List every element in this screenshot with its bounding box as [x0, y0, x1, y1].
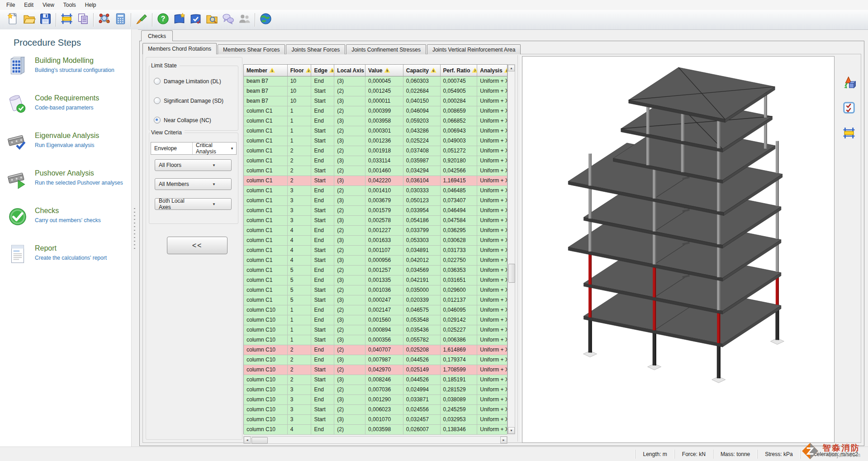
table-row[interactable]: column C101End(3)0,0015600,0535480,02914…: [244, 315, 507, 325]
table-row[interactable]: column C12End(3)0,0331140,0359870,920180…: [244, 156, 507, 166]
chevron-down-icon[interactable]: ▼: [228, 147, 236, 151]
scroll-down-arrow[interactable]: ▼: [508, 427, 515, 434]
menu-file[interactable]: File: [2, 0, 19, 10]
table-row[interactable]: column C104End(2)0,0035980,0260070,13834…: [244, 425, 507, 435]
subtab-joints-vertical-reinforcement-area[interactable]: Joints Vertical Reinforcement Area: [427, 44, 521, 54]
table-row[interactable]: column C101Start(3)0,0003560,0557820,006…: [244, 335, 507, 345]
building-member-button[interactable]: [58, 12, 75, 28]
menu-help[interactable]: Help: [81, 0, 101, 10]
subtab-members-chord-rotations[interactable]: Members Chord Rotations: [142, 43, 217, 54]
sidebar-item-eigenvalue-analysis[interactable]: Eigenvalue AnalysisRun Eigenvalue analys…: [6, 130, 131, 153]
orientation-button[interactable]: [841, 75, 857, 91]
table-row[interactable]: column C12Start(3)0,0422200,0361041,1694…: [244, 176, 507, 186]
table-vertical-scrollbar[interactable]: ▲ ▼: [508, 64, 515, 434]
table-row[interactable]: column C15Start(2)0,0010360,0350000,0296…: [244, 285, 507, 295]
table-row[interactable]: column C15Start(3)0,0002470,0203390,0121…: [244, 295, 507, 305]
table-row[interactable]: column C14Start(2)0,0011070,0348910,0317…: [244, 246, 507, 256]
menu-view[interactable]: View: [38, 0, 59, 10]
table-row[interactable]: column C102Start(3)0,0082460,0445260,185…: [244, 375, 507, 385]
sidebar-item-code-requirements[interactable]: Code RequirementsCode-based parameters: [6, 93, 131, 115]
table-row[interactable]: column C102Start(2)0,0429700,0251491,708…: [244, 365, 507, 375]
scroll-left-arrow[interactable]: ◄: [244, 437, 251, 443]
sidebar-item-building-modelling[interactable]: Building ModellingBuilding's structural …: [6, 55, 131, 78]
table-row[interactable]: beam B710Start(2)0,0012450,0226840,05490…: [244, 86, 507, 96]
table-row[interactable]: column C13End(2)0,0014100,0303330,046485…: [244, 186, 507, 196]
vertical-scroll-thumb[interactable]: [508, 264, 515, 283]
table-row[interactable]: beam B710Start(3)0,0000110,0401500,00028…: [244, 96, 507, 106]
sidebar-item-checks[interactable]: ChecksCarry out members' checks: [6, 205, 131, 228]
sidebar-item-report[interactable]: ReportCreate the calculations' report: [6, 243, 131, 266]
help-button[interactable]: ?: [155, 12, 171, 28]
radio-damage-limitation-dl[interactable]: Damage Limitation (DL): [154, 78, 221, 85]
table-row[interactable]: column C15End(3)0,0013350,0421910,031651…: [244, 276, 507, 285]
column-header-analysis[interactable]: Analysis8: [477, 65, 507, 76]
horizontal-scroll-thumb[interactable]: [251, 437, 268, 444]
table-horizontal-scrollbar[interactable]: ◄ ►: [243, 436, 508, 444]
community-button[interactable]: [236, 12, 252, 28]
example-search-button[interactable]: [204, 12, 220, 28]
table-row[interactable]: column C103End(2)0,0070360,0249940,28152…: [244, 385, 507, 395]
user-manual-button[interactable]: [187, 12, 204, 28]
table-row[interactable]: column C101Start(2)0,0008940,0354360,025…: [244, 325, 507, 335]
column-header-floor[interactable]: Floor2: [288, 65, 312, 76]
radio-significant-damage-sd[interactable]: Significant Damage (SD): [154, 97, 223, 104]
subtab-joints-confinement-stresses[interactable]: Joints Confinement Stresses: [346, 44, 426, 54]
column-header-edge[interactable]: Edge3: [311, 65, 334, 76]
axes-dropdown[interactable]: Both Local Axes ▼: [155, 198, 232, 210]
table-row[interactable]: column C103Start(3)0,0010700,0324570,032…: [244, 415, 507, 425]
cell-value: 0,000045: [365, 76, 403, 86]
menu-tools[interactable]: Tools: [59, 0, 81, 10]
report-pages-button[interactable]: [75, 12, 91, 28]
member-view-button[interactable]: [841, 126, 857, 142]
table-row[interactable]: column C14End(2)0,0012270,0337990,036295…: [244, 226, 507, 236]
column-header-value[interactable]: Value5: [365, 65, 403, 76]
table-row[interactable]: column C13End(3)0,0036790,0501230,073407…: [244, 196, 507, 206]
feedback-button[interactable]: [220, 12, 236, 28]
open-project-button[interactable]: [21, 12, 37, 28]
table-row[interactable]: column C101End(2)0,0021470,0465750,04609…: [244, 305, 507, 315]
table-row[interactable]: column C15End(2)0,0012570,0345690,036353…: [244, 266, 507, 276]
column-header-perf-ratio[interactable]: Perf. Ratio7: [441, 65, 478, 76]
website-button[interactable]: [257, 12, 274, 28]
table-row[interactable]: column C14End(3)0,0016330,0533030,030628…: [244, 236, 507, 246]
scroll-up-arrow[interactable]: ▲: [508, 65, 515, 71]
table-row[interactable]: column C11Start(3)0,0012360,0252240,0490…: [244, 136, 507, 146]
table-row[interactable]: column C12End(2)0,0019180,0374080,051272…: [244, 146, 507, 156]
sidebar-item-pushover-analysis[interactable]: Pushover AnalysisRun the selected Pushov…: [6, 168, 131, 190]
table-row[interactable]: column C12Start(2)0,0014600,0342940,0425…: [244, 166, 507, 176]
table-row[interactable]: column C14Start(3)0,0009560,0420120,0227…: [244, 256, 507, 266]
column-header-capacity[interactable]: Capacity6: [403, 65, 441, 76]
subtab-joints-shear-forces[interactable]: Joints Shear Forces: [286, 44, 345, 54]
floors-dropdown[interactable]: All Floors ▼: [155, 159, 232, 171]
table-row[interactable]: column C11Start(2)0,0003010,0432860,0069…: [244, 126, 507, 136]
menu-edit[interactable]: Edit: [19, 0, 38, 10]
table-row[interactable]: column C103End(3)0,0012900,0338710,03808…: [244, 395, 507, 405]
envelope-analysis-combo[interactable]: Envelope Critical Analysis ▼: [151, 142, 237, 155]
collapse-panel-button[interactable]: <<: [167, 237, 228, 254]
subtab-members-shear-forces[interactable]: Members Shear Forces: [218, 44, 285, 54]
radio-near-collapse-nc[interactable]: Near Collapse (NC): [154, 117, 211, 124]
table-row[interactable]: column C102End(2)0,0407070,0252081,61486…: [244, 345, 507, 355]
table-row[interactable]: column C102End(3)0,0079870,0445260,17937…: [244, 355, 507, 365]
calculator-button[interactable]: [112, 12, 128, 28]
tutorial-book-button[interactable]: [171, 12, 187, 28]
save-project-button[interactable]: [37, 12, 53, 28]
model-viewer-button[interactable]: [96, 12, 112, 28]
table-row[interactable]: beam B710End(3)0,0000450,0603030,000745U…: [244, 76, 507, 86]
table-row[interactable]: column C11End(2)0,0003990,0460940,008659…: [244, 106, 507, 116]
column-header-member[interactable]: Member1: [244, 65, 288, 76]
table-row[interactable]: column C13Start(3)0,0025780,0541860,0475…: [244, 216, 507, 226]
new-document-button[interactable]: [5, 12, 21, 28]
column-header-local-axis[interactable]: Local Axis4: [334, 65, 365, 76]
table-row[interactable]: column C11End(3)0,0039580,0592030,066852…: [244, 116, 507, 126]
scroll-right-arrow[interactable]: ►: [500, 437, 507, 443]
model-3d-viewport[interactable]: [522, 56, 835, 443]
checks-view-button[interactable]: [841, 100, 857, 117]
tab-checks[interactable]: Checks: [141, 30, 173, 41]
viewer-splitter[interactable]: [517, 55, 521, 442]
table-row[interactable]: column C103Start(2)0,0060230,0245560,245…: [244, 405, 507, 415]
sidebar-splitter[interactable]: [131, 29, 138, 447]
members-dropdown[interactable]: All Members ▼: [155, 178, 232, 190]
table-row[interactable]: column C13Start(2)0,0015790,0339540,0464…: [244, 206, 507, 216]
style-brush-button[interactable]: [133, 12, 150, 28]
